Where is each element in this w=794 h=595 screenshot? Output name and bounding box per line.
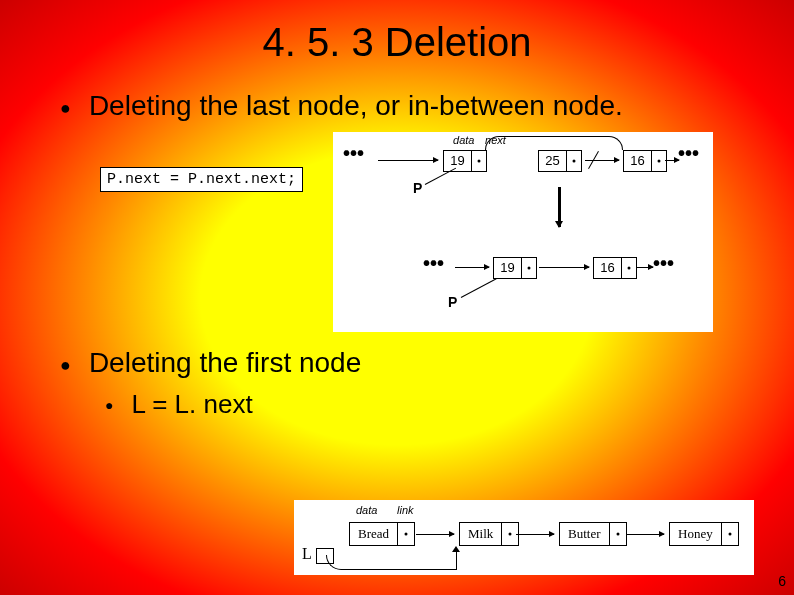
arrow-icon <box>416 534 454 535</box>
bullet-dot-icon: ● <box>105 397 113 413</box>
list-item-value: Honey <box>670 523 722 545</box>
sub-bullet-item: ● L = L. next <box>105 389 744 420</box>
pointer-icon <box>567 151 581 171</box>
arrow-icon <box>637 267 653 268</box>
sub-bullet-text: L = L. next <box>131 389 252 420</box>
bullet-item-2: ● Deleting the first node <box>60 347 744 379</box>
list-node-butter: Butter <box>559 522 627 546</box>
code-snippet: P.next = P.next.next; <box>100 167 303 192</box>
pointer-icon <box>652 151 666 171</box>
data-label: data <box>356 504 377 516</box>
data-label: data <box>453 134 474 146</box>
node-16-row1: 16 <box>623 150 667 172</box>
linked-list-diagram-1: ••• data next 19 25 16 ••• P <box>333 132 713 332</box>
bullet-dot-icon: ● <box>60 355 71 376</box>
list-item-value: Bread <box>350 523 398 545</box>
p-pointer-label: P <box>448 294 457 310</box>
arrow-icon <box>455 267 489 268</box>
pointer-icon <box>522 258 536 278</box>
node-value: 25 <box>539 151 567 171</box>
bullet-2-text: Deleting the first node <box>89 347 361 379</box>
list-item-value: Milk <box>460 523 502 545</box>
bullet-item-1: ● Deleting the last node, or in-between … <box>60 90 744 122</box>
node-19-row1: 19 <box>443 150 487 172</box>
node-16-row2: 16 <box>593 257 637 279</box>
list-node-bread: Bread <box>349 522 415 546</box>
list-item-value: Butter <box>560 523 610 545</box>
arrow-icon <box>585 160 619 161</box>
ellipsis-icon: ••• <box>423 252 444 275</box>
arrow-icon <box>626 534 664 535</box>
node-value: 19 <box>444 151 472 171</box>
slide-title: 4. 5. 3 Deletion <box>50 20 744 65</box>
bullet-dot-icon: ● <box>60 98 71 119</box>
pointer-icon <box>622 258 636 278</box>
pointer-icon <box>472 151 486 171</box>
ellipsis-icon: ••• <box>678 142 699 165</box>
page-number: 6 <box>778 573 786 589</box>
bullet-1-text: Deleting the last node, or in-between no… <box>89 90 623 122</box>
list-node-milk: Milk <box>459 522 519 546</box>
pointer-icon <box>610 523 626 545</box>
node-25-row1: 25 <box>538 150 582 172</box>
ellipsis-icon: ••• <box>653 252 674 275</box>
arrowhead-up-icon <box>452 546 460 552</box>
node-value: 19 <box>494 258 522 278</box>
arrow-icon <box>516 534 554 535</box>
list-node-honey: Honey <box>669 522 739 546</box>
l-pointer-label: L <box>302 545 312 563</box>
pointer-line-icon <box>425 168 456 185</box>
node-19-row2: 19 <box>493 257 537 279</box>
pointer-icon <box>722 523 738 545</box>
arrow-icon <box>378 160 438 161</box>
arrow-icon <box>539 267 589 268</box>
node-value: 16 <box>594 258 622 278</box>
l-skip-arc-icon <box>326 555 456 570</box>
diagram-1-area: P.next = P.next.next; ••• data next 19 2… <box>100 132 744 332</box>
ellipsis-icon: ••• <box>343 142 364 165</box>
skip-arc-icon <box>485 136 623 150</box>
node-value: 16 <box>624 151 652 171</box>
down-arrow-icon <box>558 187 561 227</box>
pointer-icon <box>398 523 414 545</box>
linked-list-diagram-2: data link L Bread Milk Butter Honey <box>294 500 754 575</box>
arrow-icon <box>665 160 679 161</box>
pointer-line-icon <box>461 278 497 298</box>
link-label: link <box>397 504 414 516</box>
p-pointer-label: P <box>413 180 422 196</box>
